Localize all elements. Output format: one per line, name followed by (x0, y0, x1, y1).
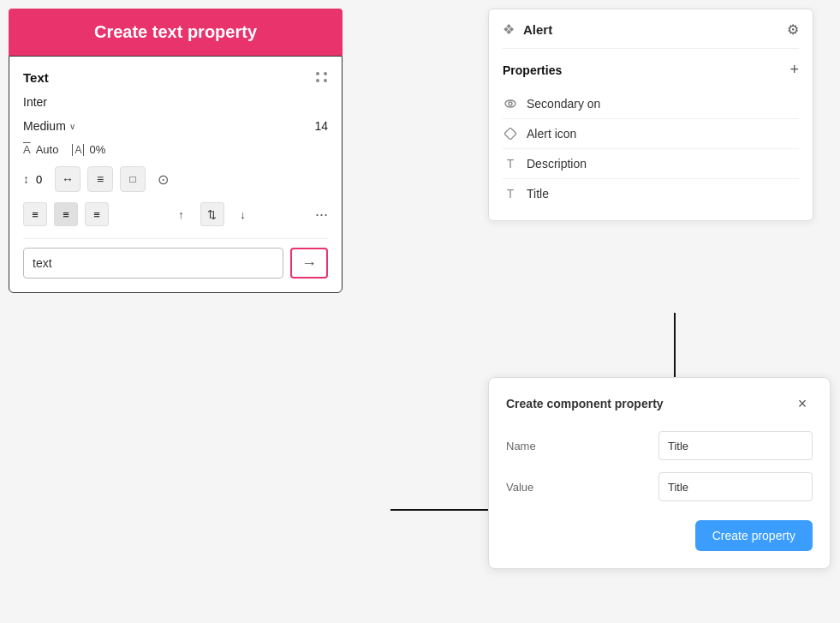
font-weight-select[interactable]: Medium ∨ (23, 119, 75, 133)
text-metrics-row: A Auto A 0% (23, 143, 328, 156)
bind-arrow-icon: → (301, 255, 317, 273)
text-content-input[interactable] (23, 248, 283, 279)
name-form-row: Name (506, 431, 813, 460)
align-center-text-btn[interactable]: ≡ (54, 202, 78, 226)
property-label-alert-icon: Alert icon (527, 127, 576, 141)
value-label: Value (506, 481, 533, 494)
text-type-icon-description: T (503, 156, 518, 171)
left-panel: Create text property Text Inter Medium ∨… (9, 9, 343, 293)
property-label-description: Description (527, 157, 587, 171)
valign-bottom-btn[interactable]: ↓ (231, 202, 255, 226)
value-input[interactable] (658, 472, 813, 501)
name-label: Name (506, 440, 536, 452)
panel-title: Text (23, 70, 49, 85)
svg-rect-4 (504, 128, 516, 140)
line-height-value: Auto (36, 143, 59, 156)
diamond-icon (503, 126, 518, 141)
value-form-row: Value (506, 472, 813, 501)
panel-section-header: Text (23, 70, 328, 85)
font-weight-label: Medium (23, 119, 66, 133)
resize-horizontal-btn[interactable]: ↔ (55, 166, 80, 192)
filter-icon[interactable]: ⚙ (787, 21, 799, 38)
letter-spacing-item: A 0% (72, 143, 105, 156)
align-left-btn[interactable]: ≡ (23, 202, 47, 226)
property-item-alert-icon[interactable]: Alert icon (503, 119, 799, 149)
text-panel: Text Inter Medium ∨ 14 A Auto A 0% (9, 56, 343, 293)
line-height-icon: A (23, 143, 31, 156)
text-type-icon-title: T (503, 186, 518, 201)
create-property-button[interactable]: Create property (695, 520, 813, 551)
font-weight-row: Medium ∨ 14 (23, 119, 328, 133)
property-label-secondary-on: Secondary on (527, 97, 600, 111)
paragraph-spacing-value: 0 (36, 173, 48, 186)
alert-title: Alert (523, 22, 552, 37)
modal-header: Create component property × (506, 393, 813, 414)
property-label-title: Title (527, 187, 549, 201)
name-input[interactable] (658, 431, 813, 460)
alert-properties-panel: ❖ Alert ⚙ Properties + Secondary on Aler… (488, 9, 813, 221)
properties-header: Properties + (503, 61, 799, 79)
property-item-secondary-on[interactable]: Secondary on (503, 89, 799, 119)
more-options-icon[interactable]: ··· (315, 206, 328, 224)
align-row: ≡ ≡ ≡ ↑ ⇅ ↓ ··· (23, 202, 328, 226)
bind-button[interactable]: → (290, 248, 328, 279)
settings-circle-icon: ⊙ (152, 169, 173, 189)
divider (23, 238, 328, 239)
move-icon: ❖ (503, 21, 515, 38)
font-size-value: 14 (314, 119, 328, 133)
create-component-property-modal: Create component property × Name Value C… (488, 377, 831, 569)
property-item-description[interactable]: T Description (503, 149, 799, 179)
svg-point-3 (509, 102, 512, 105)
create-text-header: Create text property (9, 9, 343, 56)
valign-center-btn[interactable]: ⇅ (200, 202, 224, 226)
line-height-item: A Auto (23, 143, 58, 156)
drag-handle-icon (316, 72, 328, 84)
font-name: Inter (23, 95, 328, 109)
modal-title: Create component property (506, 397, 664, 410)
valign-top-btn[interactable]: ↑ (170, 202, 194, 226)
letter-spacing-icon: A (72, 144, 84, 156)
add-property-icon[interactable]: + (789, 61, 799, 79)
align-center-btn[interactable]: ≡ (87, 166, 113, 192)
spacing-icon: ↕ (23, 172, 29, 186)
eye-icon (503, 96, 518, 111)
align-right-btn[interactable]: ≡ (85, 202, 109, 226)
controls-row-1: ↕ 0 ↔ ≡ □ ⊙ (23, 166, 328, 192)
svg-point-2 (505, 100, 515, 107)
properties-section-title: Properties (503, 63, 562, 77)
alert-header: ❖ Alert ⚙ (503, 21, 799, 49)
letter-spacing-value: 0% (89, 143, 105, 156)
text-input-row: → (23, 248, 328, 279)
frame-btn[interactable]: □ (120, 166, 146, 192)
alert-title-row: ❖ Alert (503, 21, 552, 38)
close-modal-button[interactable]: × (792, 393, 813, 414)
property-item-title[interactable]: T Title (503, 179, 799, 208)
chevron-down-icon: ∨ (69, 122, 75, 131)
